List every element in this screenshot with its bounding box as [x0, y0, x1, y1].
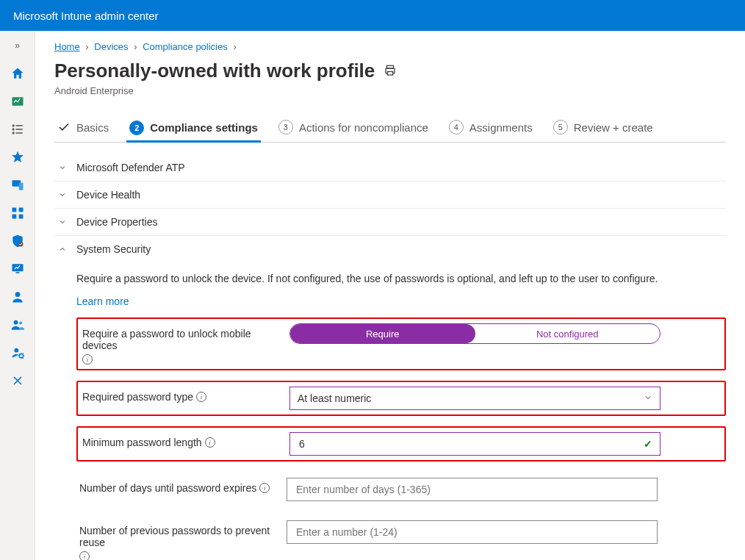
info-icon[interactable]: i	[205, 437, 215, 448]
app-title: Microsoft Intune admin center	[13, 10, 159, 22]
tools-icon[interactable]	[10, 373, 25, 388]
tab-compliance-label: Compliance settings	[150, 121, 258, 134]
apps-icon[interactable]	[10, 206, 25, 220]
svg-point-17	[13, 320, 18, 325]
tab-assignments-label: Assignments	[469, 121, 533, 134]
tab-basics[interactable]: Basics	[54, 114, 112, 142]
svg-point-16	[15, 292, 20, 297]
tab-actions-label: Actions for noncompliance	[299, 121, 428, 134]
chevron-right-icon: ›	[85, 41, 88, 52]
setting-label: Number of previous passwords to prevent …	[79, 520, 276, 560]
svg-rect-8	[18, 183, 23, 190]
setting-require-password: Require a password to unlock mobile devi…	[76, 317, 726, 370]
min-length-input[interactable]: ✓	[289, 432, 661, 456]
min-length-field[interactable]	[298, 437, 644, 450]
tab-basics-label: Basics	[76, 121, 109, 134]
settings-user-icon[interactable]	[10, 345, 25, 360]
svg-rect-23	[388, 72, 394, 76]
password-type-select[interactable]: At least numeric	[289, 387, 661, 410]
home-icon[interactable]	[10, 66, 25, 81]
section-device-properties[interactable]: Device Properties	[54, 209, 726, 236]
learn-more-link[interactable]: Learn more	[76, 295, 129, 307]
page-title-row: Personally-owned with work profile	[54, 60, 726, 82]
section-system-security[interactable]: System Security	[54, 236, 726, 262]
setting-password-type: Required password type i At least numeri…	[76, 381, 726, 416]
breadcrumb: Home › Devices › Compliance policies ›	[54, 41, 726, 52]
previous-passwords-field[interactable]	[295, 525, 649, 539]
shield-icon[interactable]	[10, 234, 25, 248]
svg-point-3	[12, 129, 14, 130]
expire-days-field[interactable]	[295, 483, 649, 496]
print-icon[interactable]	[384, 60, 397, 82]
monitor-icon[interactable]	[10, 262, 25, 276]
previous-passwords-input[interactable]	[287, 520, 658, 544]
chevron-down-icon	[57, 218, 68, 226]
top-header: Microsoft Intune admin center	[0, 0, 745, 31]
expire-days-input[interactable]	[287, 478, 658, 501]
setting-label: Required password type i	[82, 387, 279, 403]
users-icon[interactable]	[10, 317, 25, 332]
info-icon[interactable]: i	[82, 354, 93, 365]
chevron-up-icon	[57, 245, 68, 254]
setting-previous-passwords: Number of previous passwords to prevent …	[76, 517, 726, 560]
setting-label: Minimum password length i	[82, 432, 279, 448]
svg-rect-11	[12, 215, 16, 219]
star-icon[interactable]	[10, 150, 25, 165]
section-label: System Security	[76, 243, 151, 255]
tab-review-label: Review + create	[574, 121, 653, 134]
checkmark-icon: ✓	[644, 438, 652, 450]
system-security-body: Require a password to unlock the device.…	[54, 262, 726, 560]
tab-assignments[interactable]: 4 Assignments	[446, 114, 536, 142]
info-icon[interactable]: i	[79, 551, 90, 560]
crumb-compliance[interactable]: Compliance policies	[143, 41, 228, 52]
section-device-health[interactable]: Device Health	[54, 182, 726, 209]
svg-point-1	[12, 125, 14, 126]
tab-review-create[interactable]: 5 Review + create	[550, 114, 656, 142]
setting-password-expire-days: Number of days until password expires i	[76, 475, 726, 504]
tab-compliance-settings[interactable]: 2 Compliance settings	[126, 114, 261, 143]
setting-label: Number of days until password expires i	[79, 478, 276, 494]
svg-rect-15	[15, 272, 19, 273]
checkmark-icon	[57, 121, 71, 134]
main-layout: » Home › Devices › Compliance policies ›…	[0, 31, 745, 560]
content-area: Home › Devices › Compliance policies › P…	[35, 31, 745, 560]
chevron-right-icon: ›	[233, 41, 236, 52]
crumb-home[interactable]: Home	[54, 41, 80, 52]
chevron-right-icon: ›	[134, 41, 137, 52]
crumb-devices[interactable]: Devices	[94, 41, 128, 52]
svg-point-5	[12, 132, 14, 134]
chevron-down-icon	[644, 392, 652, 404]
svg-rect-12	[18, 215, 23, 219]
setting-min-password-length: Minimum password length i ✓	[76, 426, 726, 462]
list-icon[interactable]	[10, 122, 25, 137]
step-number: 2	[129, 121, 144, 135]
select-value: At least numeric	[298, 392, 371, 404]
devices-icon[interactable]	[10, 178, 25, 193]
info-icon[interactable]: i	[259, 483, 270, 493]
page-subtitle: Android Enterprise	[54, 85, 726, 96]
require-password-toggle[interactable]: Require Not configured	[289, 323, 661, 344]
step-tabs: Basics 2 Compliance settings 3 Actions f…	[54, 114, 726, 143]
section-label: Device Health	[76, 189, 140, 201]
step-number: 3	[278, 120, 293, 134]
step-number: 5	[553, 120, 568, 134]
help-text: Require a password to unlock the device.…	[76, 271, 694, 287]
svg-point-19	[14, 348, 18, 353]
section-label: Microsoft Defender ATP	[76, 162, 185, 173]
toggle-option-require[interactable]: Require	[290, 324, 475, 343]
setting-label: Require a password to unlock mobile devi…	[82, 323, 279, 365]
expand-rail-icon[interactable]: »	[10, 38, 25, 53]
tab-actions-noncompliance[interactable]: 3 Actions for noncompliance	[276, 114, 431, 142]
user-icon[interactable]	[10, 290, 25, 304]
toggle-option-not-configured[interactable]: Not configured	[475, 324, 661, 343]
dashboard-icon[interactable]	[10, 94, 25, 109]
left-nav-rail: »	[0, 31, 35, 560]
page-title: Personally-owned with work profile	[54, 60, 375, 82]
section-label: Device Properties	[76, 216, 158, 228]
info-icon[interactable]: i	[196, 392, 206, 402]
svg-point-18	[19, 321, 22, 324]
svg-rect-9	[12, 208, 16, 212]
step-number: 4	[449, 120, 464, 134]
section-defender-atp[interactable]: Microsoft Defender ATP	[54, 154, 726, 182]
compliance-sections: Microsoft Defender ATP Device Health Dev…	[54, 150, 726, 560]
